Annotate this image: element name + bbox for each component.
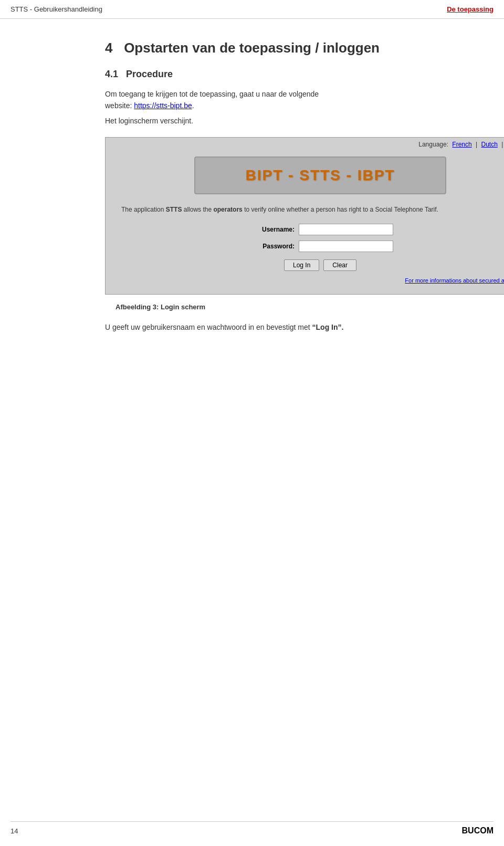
app-description: The application STTS allows the operator… <box>121 205 504 214</box>
subsection-title: Procedure <box>126 69 173 79</box>
intro-line1: Om toegang te krijgen tot de toepassing,… <box>105 90 319 98</box>
password-row: Password: <box>247 241 393 252</box>
desc-stts: STTS <box>166 206 182 213</box>
section-nav-label: De toepassing <box>447 5 494 13</box>
subsection-number: 4.1 <box>105 69 118 79</box>
login-button[interactable]: Log In <box>284 259 319 271</box>
language-bar: Language: French | Dutch | English <box>106 138 504 151</box>
login-screenshot: Language: French | Dutch | English BIPT … <box>105 137 504 295</box>
figure-caption: Afbeelding 3: Login scherm <box>105 303 472 311</box>
secured-access-link[interactable]: For more informations about secured acce… <box>405 277 504 284</box>
desc-plain: The application <box>121 206 166 213</box>
password-input[interactable] <box>299 241 393 252</box>
intro-line2-prefix: website: <box>105 101 134 110</box>
lang-separator-1: | <box>476 141 479 148</box>
logo-text: BIPT - STTS - IBPT <box>201 167 440 184</box>
lang-separator-2: | <box>501 141 504 148</box>
page-footer: 14 BUCOM <box>10 821 494 835</box>
desc-mid: allows the <box>182 206 213 213</box>
french-language-link[interactable]: French <box>452 141 471 148</box>
body-text-2: “Log In”. <box>312 323 344 331</box>
page-header: STTS - Gebruikershandleiding De toepassi… <box>0 0 504 19</box>
desc-end: to verify online whether a person has ri… <box>243 206 438 213</box>
dutch-language-link[interactable]: Dutch <box>481 141 497 148</box>
intro-paragraph: Om toegang te krijgen tot de toepassing,… <box>105 88 472 112</box>
desc-operators: operators <box>213 206 242 213</box>
clear-button[interactable]: Clear <box>323 259 356 271</box>
login-form: Username: Password: Log In Clear <box>121 224 504 271</box>
screenshot-inner: BIPT - STTS - IBPT The application STTS … <box>106 151 504 294</box>
brand-name: BUCOM <box>462 826 494 835</box>
page-number: 14 <box>10 827 18 835</box>
main-content: 4 Opstarten van de toepassing / inloggen… <box>0 19 504 355</box>
username-input[interactable] <box>299 224 393 235</box>
stts-link[interactable]: https://stts-bipt.be <box>134 101 192 110</box>
body-text-1: U geeft uw gebruikersnaam en wachtwoord … <box>105 323 310 331</box>
username-row: Username: <box>247 224 393 235</box>
language-label-text: Language: <box>418 141 450 148</box>
password-label: Password: <box>247 243 295 250</box>
section-heading: 4 Opstarten van de toepassing / inloggen <box>105 40 472 56</box>
screenshot-footer: For more informations about secured acce… <box>121 277 504 284</box>
body-paragraph: U geeft uw gebruikersnaam en wachtwoord … <box>105 321 472 334</box>
subsection-heading: 4.1 Procedure <box>105 69 472 80</box>
section-title: Opstarten van de toepassing / inloggen <box>124 40 380 56</box>
form-buttons: Log In Clear <box>284 259 356 271</box>
username-label: Username: <box>247 226 295 233</box>
section-number: 4 <box>105 40 112 56</box>
intro-line3: Het loginscherm verschijnt. <box>105 115 472 127</box>
document-title: STTS - Gebruikershandleiding <box>10 5 102 13</box>
bipt-logo: BIPT - STTS - IBPT <box>194 156 446 194</box>
